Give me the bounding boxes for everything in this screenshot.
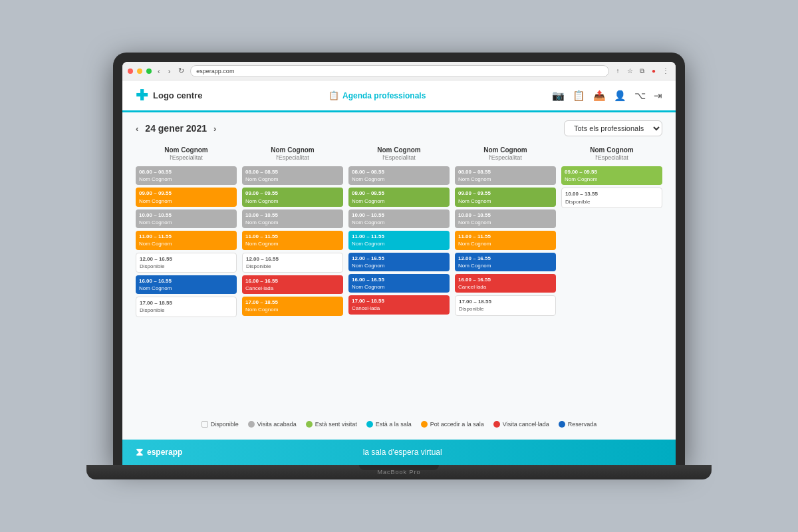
calendar-grid: Nom Cognoml'Especialitat08.00 – 08.55Nom…	[136, 143, 662, 414]
prof-name-1: Nom Cognom	[243, 146, 342, 154]
professional-col-2: Nom Cognoml'Especialitat08.00 – 08.55Nom…	[348, 143, 450, 414]
slot-2-6[interactable]: 17.00 – 18.55Cancel·lada	[348, 295, 450, 314]
legend: DisponibleVisita acabadaEstà sent visita…	[136, 414, 662, 432]
prof-name-2: Nom Cognom	[350, 146, 448, 154]
date-nav: ‹ 24 gener 2021 › Tots els professionals	[136, 120, 662, 136]
slot-4-0[interactable]: 09.00 – 09.55Nom Cognom	[561, 166, 662, 185]
logout-icon[interactable]: ⇥	[654, 90, 662, 102]
slot-0-6[interactable]: 17.00 – 18.55Disponible	[136, 297, 237, 317]
slot-3-2[interactable]: 10.00 – 10.55Nom Cognom	[455, 209, 556, 228]
professional-col-1: Nom Cognoml'Especialitat08.00 – 08.55Nom…	[242, 143, 343, 414]
professional-col-3: Nom Cognoml'Especialitat08.00 – 08.55Nom…	[455, 143, 556, 414]
legend-label-5: Visita cancel·lada	[503, 421, 549, 428]
profile-icon[interactable]: ●	[649, 66, 658, 76]
current-date: 24 gener 2021	[145, 123, 207, 134]
slot-3-3[interactable]: 11.00 – 11.55Nom Cognom	[455, 231, 556, 249]
slot-0-3[interactable]: 11.00 – 11.55Nom Cognom	[136, 231, 237, 249]
slot-1-0[interactable]: 08.00 – 08.55Nom Cognom	[242, 166, 343, 185]
header-actions: 📷 📋 📤 👤 ⌥ ⇥	[552, 90, 662, 102]
header-nav: 📋 Agenda professionals	[210, 90, 544, 100]
url-bar[interactable]: esperapp.com	[190, 65, 609, 77]
legend-dot-4	[421, 421, 428, 428]
slot-0-5[interactable]: 16.00 – 16.55Nom Cognom	[136, 275, 237, 294]
slot-2-1[interactable]: 08.00 – 08.55Nom Cognom	[348, 188, 450, 206]
reload-button[interactable]: ↻	[176, 65, 186, 76]
user-icon[interactable]: 👤	[614, 90, 626, 102]
logo-text: Logo centre	[153, 90, 202, 100]
legend-dot-1	[248, 421, 255, 428]
forward-button[interactable]: ›	[166, 66, 173, 76]
professional-col-0: Nom Cognoml'Especialitat08.00 – 08.55Nom…	[136, 143, 237, 414]
app-footer: ⧗ esperapp la sala d'espera virtual	[122, 440, 676, 465]
prof-specialty-3: l'Especialitat	[456, 154, 555, 161]
prof-name-4: Nom Cognom	[563, 146, 661, 154]
slot-2-3[interactable]: 11.00 – 11.55Nom Cognom	[348, 231, 450, 249]
instagram-icon[interactable]: 📷	[552, 90, 565, 102]
legend-item-4: Pot accedir a la sala	[421, 421, 484, 428]
slot-1-3[interactable]: 11.00 – 11.55Nom Cognom	[242, 231, 343, 249]
prof-name-3: Nom Cognom	[456, 146, 555, 154]
upload-icon[interactable]: 📤	[593, 90, 606, 102]
legend-label-0: Disponible	[211, 421, 239, 428]
slot-0-4[interactable]: 12.00 – 16.55Disponible	[136, 253, 237, 273]
prof-header-2: Nom Cognoml'Especialitat	[348, 143, 450, 164]
prof-header-0: Nom Cognoml'Especialitat	[136, 143, 237, 164]
slot-1-6[interactable]: 17.00 – 18.55Nom Cognom	[242, 297, 343, 315]
footer-logo-text: esperapp	[147, 448, 182, 457]
legend-item-3: Està a la sala	[366, 421, 412, 428]
hourglass-icon: ⧗	[136, 446, 143, 458]
main-area: ‹ 24 gener 2021 › Tots els professionals…	[122, 112, 676, 440]
laptop-notch	[359, 465, 439, 470]
logo-area: ✚ Logo centre	[136, 87, 202, 104]
prof-name-0: Nom Cognom	[137, 146, 235, 154]
back-button[interactable]: ‹	[156, 66, 162, 76]
nav-agenda[interactable]: 📋 Agenda professionals	[329, 90, 426, 100]
agenda-icon: 📋	[329, 90, 339, 100]
slot-1-1[interactable]: 09.00 – 09.55Nom Cognom	[242, 188, 343, 206]
app-content: ✚ Logo centre 📋 Agenda professionals 📷 📋	[122, 80, 676, 465]
legend-item-1: Visita acabada	[248, 421, 297, 428]
legend-dot-5	[493, 421, 500, 428]
slot-0-2[interactable]: 10.00 – 10.55Nom Cognom	[136, 209, 237, 228]
bookmark-icon[interactable]: ☆	[625, 66, 634, 76]
laptop-shell: ‹ › ↻ esperapp.com ↑ ☆ ⧉ ● ⋮	[113, 53, 685, 465]
extensions-icon[interactable]: ⧉	[637, 66, 646, 76]
slot-1-5[interactable]: 16.00 – 16.55Cancel·lada	[242, 275, 343, 294]
slot-2-2[interactable]: 10.00 – 10.55Nom Cognom	[348, 209, 450, 228]
app-header: ✚ Logo centre 📋 Agenda professionals 📷 📋	[122, 80, 676, 112]
slot-3-4[interactable]: 12.00 – 16.55Nom Cognom	[455, 253, 556, 271]
notes-icon[interactable]: 📋	[573, 90, 585, 102]
slot-3-5[interactable]: 16.00 – 16.55Cancel·lada	[455, 274, 556, 293]
slot-1-4[interactable]: 12.00 – 16.55Disponible	[242, 253, 343, 273]
maximize-dot[interactable]	[146, 68, 152, 74]
slot-2-0[interactable]: 08.00 – 08.55Nom Cognom	[348, 166, 450, 185]
slot-0-0[interactable]: 08.00 – 08.55Nom Cognom	[136, 166, 237, 185]
slot-4-1[interactable]: 10.00 – 13.55Disponible	[561, 188, 662, 207]
legend-label-3: Està a la sala	[376, 421, 412, 428]
slot-2-5[interactable]: 16.00 – 16.55Nom Cognom	[348, 274, 450, 293]
legend-dot-2	[306, 421, 313, 428]
slot-1-2[interactable]: 10.00 – 10.55Nom Cognom	[242, 209, 343, 228]
legend-item-2: Està sent visitat	[306, 421, 357, 428]
share-icon[interactable]: ↑	[613, 66, 622, 76]
settings-icon[interactable]: ⋮	[661, 66, 670, 76]
close-dot[interactable]	[128, 68, 133, 74]
professional-filter[interactable]: Tots els professionals	[564, 120, 662, 136]
legend-item-5: Visita cancel·lada	[493, 421, 549, 428]
slot-2-4[interactable]: 12.00 – 16.55Nom Cognom	[348, 253, 450, 271]
next-date-button[interactable]: ›	[213, 124, 216, 134]
legend-square-0	[201, 421, 208, 428]
slot-3-6[interactable]: 17.00 – 18.55Disponible	[455, 295, 556, 315]
slot-3-0[interactable]: 08.00 – 08.55Nom Cognom	[455, 166, 556, 185]
slot-0-1[interactable]: 09.00 – 09.55Nom Cognom	[136, 188, 237, 206]
legend-label-1: Visita acabada	[257, 421, 297, 428]
minimize-dot[interactable]	[137, 68, 142, 74]
legend-label-6: Reservada	[568, 421, 597, 428]
footer-tagline: la sala d'espera virtual	[363, 448, 442, 457]
prev-date-button[interactable]: ‹	[136, 124, 138, 134]
prof-header-1: Nom Cognoml'Especialitat	[242, 143, 343, 164]
legend-label-2: Està sent visitat	[315, 421, 357, 428]
slot-3-1[interactable]: 09.00 – 09.55Nom Cognom	[455, 188, 556, 206]
network-icon[interactable]: ⌥	[634, 90, 646, 102]
logo-cross-icon: ✚	[136, 87, 148, 104]
